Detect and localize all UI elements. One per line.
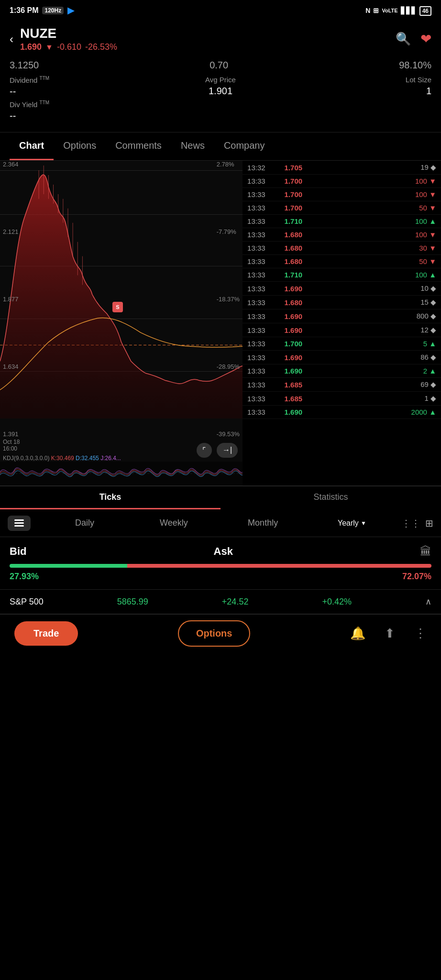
price-label-1: 2.121 [3, 228, 19, 235]
kdj-base: KDJ(9.0,3.0,3.0.0) [3, 455, 51, 462]
status-left: 1:36 PM 120Hz ▶ [10, 5, 74, 16]
search-button[interactable]: 🔍 [396, 32, 411, 46]
youtube-icon: ▶ [67, 5, 74, 16]
chart-price-labels: 2.364 2.121 1.877 1.634 1.391 [3, 161, 19, 438]
s-marker: S [112, 302, 123, 312]
chart-type-button-1[interactable]: ⋮⋮ [401, 518, 420, 529]
table-row: 13:32 1.705 19 ◆ [243, 161, 441, 175]
tick-time: 13:33 [247, 231, 274, 239]
bottom-nav: Trade Options 🔔 ⬆ ⋮ [0, 614, 441, 652]
avg-price-info: Avg Price 1.901 [150, 76, 291, 97]
tick-time: 13:33 [247, 298, 274, 307]
favorite-button[interactable]: ❤ [420, 31, 431, 47]
dividend-label: Dividend TTM [10, 76, 150, 84]
table-row: 13:33 1.700 100 ▼ [243, 188, 441, 201]
ask-pct: 72.07% [402, 572, 431, 582]
bid-ask-pct-row: 27.93% 72.07% [10, 572, 431, 582]
share-icon[interactable]: ⬆ [385, 626, 395, 641]
tick-vol: 2000 ▲ [302, 408, 436, 416]
tick-price: 1.700 [274, 190, 302, 198]
tab-ticks[interactable]: Ticks [0, 486, 220, 509]
tab-chart[interactable]: Chart [10, 132, 54, 160]
tick-vol: 10 ◆ [302, 284, 436, 293]
tab-company[interactable]: Company [214, 132, 275, 160]
status-bar: 1:36 PM 120Hz ▶ N ⊞ VoLTE ▋▋▋ 46 [0, 0, 441, 21]
bank-icon[interactable]: 🏛 [420, 545, 431, 558]
tab-news[interactable]: News [171, 132, 214, 160]
period-daily[interactable]: Daily [40, 515, 129, 531]
period-yearly-wrap[interactable]: Yearly ▼ [308, 519, 397, 528]
div-yield-row: Div Yield TTM -- [10, 100, 431, 121]
battery-value: 46 [419, 6, 431, 16]
tick-time: 13:33 [247, 204, 274, 212]
chart-svg-wrap [0, 161, 243, 428]
tick-price: 1.680 [274, 244, 302, 252]
tick-price: 1.680 [274, 231, 302, 239]
chart-type-button-2[interactable]: ⊞ [425, 518, 433, 529]
notification-icon[interactable]: 🔔 [350, 626, 365, 641]
svg-rect-13 [14, 525, 24, 527]
tick-time: 13:33 [247, 312, 274, 320]
tick-price: 1.705 [274, 164, 302, 172]
tick-vol: 100 ▼ [302, 190, 436, 198]
tick-time: 13:33 [247, 408, 274, 416]
table-row: 13:33 1.710 100 ▲ [243, 268, 441, 282]
info-main-row: Dividend TTM -- Avg Price 1.901 Lot Size… [10, 76, 431, 97]
lot-size-info: Lot Size 1 [291, 76, 431, 97]
tick-vol: 100 ▼ [302, 177, 436, 185]
tick-price: 1.690 [274, 353, 302, 362]
tab-options[interactable]: Options [54, 132, 106, 160]
tick-time: 13:33 [247, 367, 274, 375]
header: ‹ NUZE 1.690 ▼ -0.610 -26.53% 🔍 ❤ [0, 21, 441, 60]
tabs-section: Chart Options Comments News Company [0, 132, 441, 161]
more-icon[interactable]: ⋮ [414, 626, 427, 641]
avg-price-value: 1.901 [150, 86, 291, 97]
chevron-up-icon: ∧ [425, 596, 431, 607]
volte-icon: VoLTE [382, 8, 397, 13]
tab-statistics[interactable]: Statistics [220, 486, 441, 509]
period-monthly[interactable]: Monthly [219, 515, 308, 531]
network-icon: N [365, 7, 370, 14]
table-row: 13:33 1.690 2 ▲ [243, 364, 441, 378]
back-button[interactable]: ‹ [10, 33, 13, 46]
period-weekly[interactable]: Weekly [129, 515, 218, 531]
chart-area[interactable]: 2.364 2.121 1.877 1.634 1.391 2.78% -7.7… [0, 161, 243, 485]
tick-vol: 50 ▼ [302, 257, 436, 265]
tick-vol: 30 ▼ [302, 244, 436, 252]
tick-vol: 19 ◆ [302, 163, 436, 172]
expand-button[interactable]: ⌜ [197, 443, 212, 458]
bid-label: Bid [10, 545, 26, 558]
info-top-val1: 3.1250 [10, 60, 39, 71]
stock-info: NUZE 1.690 ▼ -0.610 -26.53% [20, 26, 117, 52]
stock-ticker: NUZE [20, 26, 117, 41]
tick-price: 1.680 [274, 257, 302, 265]
tick-time: 13:33 [247, 257, 274, 265]
tick-vol: 86 ◆ [302, 353, 436, 362]
dividend-value: -- [10, 86, 150, 97]
tick-vol: 12 ◆ [302, 326, 436, 334]
tick-vol: 100 ▲ [302, 217, 436, 225]
sp500-value: 5865.99 [117, 597, 148, 607]
tick-price: 1.700 [274, 340, 302, 348]
signal-icon: ▋▋▋ [401, 7, 417, 14]
tick-price: 1.685 [274, 395, 302, 403]
stock-change-pct: -26.53% [85, 42, 117, 52]
toggle-button[interactable] [8, 516, 31, 531]
pct-label-3: -28.95% [217, 363, 240, 370]
dividend-info: Dividend TTM -- [10, 76, 150, 97]
arrow-button[interactable]: →| [217, 443, 238, 458]
table-row: 13:33 1.690 86 ◆ [243, 351, 441, 364]
ask-bar [127, 564, 431, 568]
period-bar: Daily Weekly Monthly Yearly ▼ ⋮⋮ ⊞ [0, 509, 441, 537]
tick-time: 13:33 [247, 395, 274, 403]
tick-time: 13:33 [247, 381, 274, 389]
tab-comments[interactable]: Comments [106, 132, 171, 160]
tick-time: 13:32 [247, 164, 274, 172]
pct-label-1: -7.79% [217, 228, 240, 235]
info-top-val3: 98.10% [399, 60, 431, 71]
sp500-row[interactable]: S&P 500 5865.99 +24.52 +0.42% ∧ [0, 590, 441, 614]
ticks-panel[interactable]: 13:32 1.705 19 ◆ 13:33 1.700 100 ▼ 13:33… [243, 161, 441, 485]
trade-button[interactable]: Trade [14, 621, 78, 646]
sp500-change-pct: +0.42% [322, 597, 352, 607]
options-button[interactable]: Options [178, 620, 251, 647]
